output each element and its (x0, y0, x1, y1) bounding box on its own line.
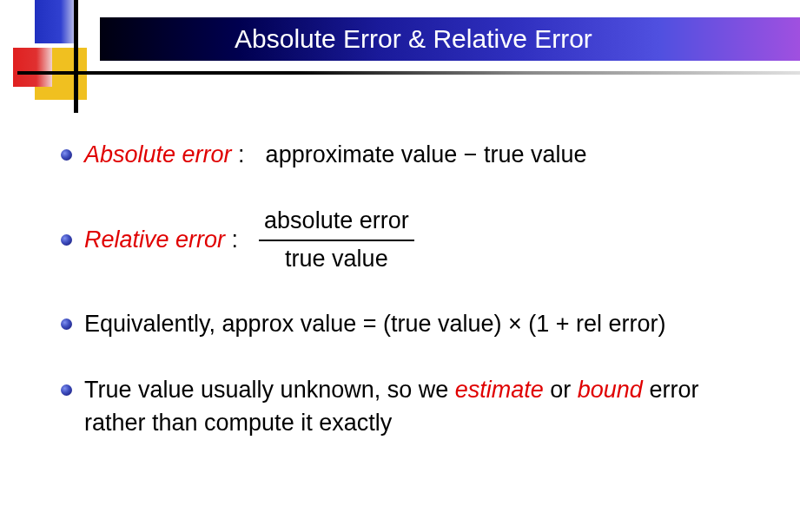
bullet-text: Relative error : absolute error true val… (84, 205, 414, 276)
fraction-denominator: true value (280, 241, 393, 276)
text-pre: True value usually unknown, so we (84, 377, 455, 403)
definition-absolute-error: approximate value − true value (266, 141, 587, 167)
bullet-icon (61, 149, 72, 161)
bullet-item-equivalently: Equivalently, approx value = (true value… (61, 308, 739, 341)
term-bound: bound (578, 377, 643, 403)
slide-title: Absolute Error & Relative Error (235, 24, 592, 54)
bullet-icon (61, 319, 72, 330)
colon: : (232, 141, 245, 167)
slide-content: Absolute error :approximate value − true… (0, 95, 800, 440)
slide-header: Absolute Error & Relative Error (0, 0, 800, 95)
bullet-text: Equivalently, approx value = (true value… (84, 308, 666, 341)
fraction-relative-error: absolute error true value (259, 205, 414, 276)
bullet-icon (61, 234, 72, 246)
title-bar: Absolute Error & Relative Error (100, 17, 800, 61)
term-estimate: estimate (455, 377, 544, 403)
bullet-item-absolute-error: Absolute error :approximate value − true… (61, 139, 739, 172)
decoration-blue-square (35, 0, 78, 43)
text-mid: or (544, 377, 578, 403)
decoration-horizontal-line (17, 71, 800, 75)
bullet-text: Absolute error :approximate value − true… (84, 139, 587, 172)
bullet-icon (61, 384, 72, 396)
decoration-red-square (13, 48, 52, 87)
colon: : (225, 227, 238, 253)
term-absolute-error: Absolute error (84, 141, 232, 167)
decoration-vertical-line (74, 0, 78, 113)
fraction-numerator: absolute error (259, 205, 414, 240)
bullet-item-true-value-unknown: True value usually unknown, so we estima… (61, 374, 739, 440)
bullet-item-relative-error: Relative error : absolute error true val… (61, 205, 739, 276)
bullet-text: True value usually unknown, so we estima… (84, 374, 739, 440)
term-relative-error: Relative error (84, 227, 225, 253)
